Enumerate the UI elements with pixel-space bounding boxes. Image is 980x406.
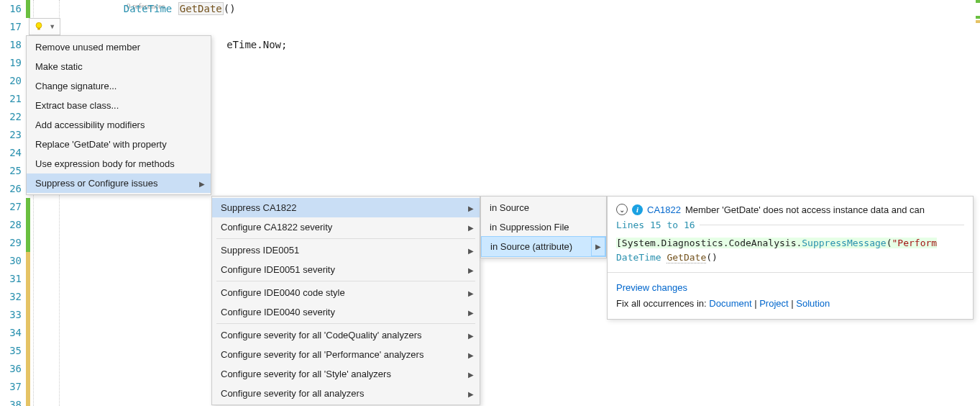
line-number: 20 (0, 72, 22, 90)
line-number: 16 (0, 0, 22, 18)
line-number: 22 (0, 108, 22, 126)
line-number: 36 (0, 360, 22, 378)
minimap-marker (976, 0, 980, 3)
menu-separator (216, 281, 475, 281)
menu-separator (216, 323, 475, 324)
line-number: 33 (0, 306, 22, 324)
fix-all-label: Fix all occurrences in: (616, 298, 707, 309)
menu-separator (216, 238, 475, 239)
type-keyword: DateTime (124, 3, 172, 14)
suppress-menu-item[interactable]: Configure IDE0051 severity▶ (212, 260, 480, 279)
quick-actions-menu: Remove unused memberMake staticChange si… (26, 35, 211, 195)
submenu-arrow-icon: ▶ (468, 331, 474, 339)
minimap-marker (976, 20, 980, 23)
quick-action-item[interactable]: Change signature... (27, 76, 211, 96)
suppress-menu-item[interactable]: Configure IDE0040 code style▶ (212, 283, 480, 302)
suppress-target-item[interactable]: in Suppression File (481, 217, 606, 237)
line-number: 37 (0, 378, 22, 396)
suppress-menu-item[interactable]: Configure severity for all 'Style' analy… (212, 364, 480, 384)
line-number: 26 (0, 180, 22, 198)
line-number: 27 (0, 198, 22, 216)
suppress-target-menu: in Sourcein Suppression Filein Source (a… (480, 196, 607, 258)
submenu-arrow-icon: ▶ (468, 308, 474, 316)
quick-action-item[interactable]: Suppress or Configure issues▶ (27, 173, 211, 193)
line-number: 21 (0, 90, 22, 108)
suppress-target-item[interactable]: in Source (481, 198, 606, 217)
quick-action-item[interactable]: Add accessibility modifiers (27, 115, 211, 135)
suppress-configure-menu: Suppress CA1822▶Configure CA1822 severit… (211, 196, 480, 405)
suppress-menu-item[interactable]: Configure IDE0040 severity▶ (212, 302, 480, 322)
line-number: 18 (0, 36, 22, 54)
submenu-arrow-icon: ▶ (199, 179, 205, 187)
line-number: 35 (0, 342, 22, 360)
line-number: 19 (0, 54, 22, 72)
suppress-menu-item[interactable]: Configure CA1822 severity▶ (212, 217, 480, 237)
submenu-arrow-icon: ▶ (591, 237, 605, 256)
line-number: 29 (0, 234, 22, 252)
lightbulb-button[interactable]: ▼ (29, 18, 60, 35)
lightbulb-icon (34, 22, 44, 32)
line-number: 31 (0, 270, 22, 288)
quick-action-item[interactable]: Remove unused member (27, 37, 211, 57)
submenu-arrow-icon: ▶ (468, 351, 474, 358)
method-name: GetDate (178, 2, 224, 15)
suppress-menu-item[interactable]: Configure severity for all 'CodeQuality'… (212, 325, 480, 345)
rule-id[interactable]: CA1822 (647, 204, 681, 215)
info-icon: i (632, 204, 643, 215)
fix-project-link[interactable]: Project (759, 298, 788, 309)
svg-rect-1 (37, 28, 40, 30)
suppress-menu-item[interactable]: Suppress CA1822▶ (212, 198, 480, 217)
line-number: 38 (0, 396, 22, 406)
suppress-menu-item[interactable]: Suppress IDE0051▶ (212, 240, 480, 260)
fix-solution-link[interactable]: Solution (796, 298, 830, 309)
submenu-arrow-icon: ▶ (468, 204, 474, 212)
quick-action-item[interactable]: Use expression body for methods (27, 154, 211, 173)
line-range-label: Lines 15 to 16 (616, 220, 964, 230)
property-name: Now (263, 39, 281, 50)
line-number: 34 (0, 324, 22, 342)
line-number: 24 (0, 144, 22, 162)
fix-document-link[interactable]: Document (709, 298, 751, 309)
suppress-target-item[interactable]: in Source (attribute)▶ (481, 236, 606, 257)
line-number: 23 (0, 126, 22, 144)
line-number: 32 (0, 288, 22, 306)
code-fragment: eTime (226, 39, 257, 50)
suppress-menu-item[interactable]: Configure severity for all analyzers▶ (212, 384, 480, 403)
line-number: 17 (0, 18, 22, 36)
submenu-arrow-icon: ▶ (468, 246, 474, 254)
submenu-arrow-icon: ▶ (468, 289, 474, 297)
submenu-arrow-icon: ▶ (468, 266, 474, 274)
expand-down-icon[interactable]: ⌄ (616, 204, 628, 215)
suppress-menu-item[interactable]: Configure severity for all 'Performance'… (212, 345, 480, 364)
quick-action-item[interactable]: Make static (27, 57, 211, 76)
submenu-arrow-icon: ▶ (468, 370, 474, 378)
preview-changes-link[interactable]: Preview changes (616, 282, 687, 293)
fix-preview-panel: ⌄ i CA1822 Member 'GetDate' does not acc… (607, 196, 974, 320)
line-number: 30 (0, 252, 22, 270)
submenu-arrow-icon: ▶ (468, 389, 474, 397)
minimap-marker (976, 16, 980, 19)
chevron-down-icon: ▼ (49, 23, 55, 30)
quick-action-item[interactable]: Replace 'GetDate' with property (27, 135, 211, 154)
line-number: 25 (0, 162, 22, 180)
line-number: 28 (0, 216, 22, 234)
submenu-arrow-icon: ▶ (468, 223, 474, 231)
diagnostic-message: Member 'GetDate' does not access instanc… (685, 204, 925, 215)
line-number-gutter: 1617181920212223242526272829303132333435… (0, 0, 26, 406)
code-preview: [System.Diagnostics.CodeAnalysis.Suppres… (616, 236, 964, 265)
quick-action-item[interactable]: Extract base class... (27, 96, 211, 115)
svg-point-0 (36, 22, 42, 28)
